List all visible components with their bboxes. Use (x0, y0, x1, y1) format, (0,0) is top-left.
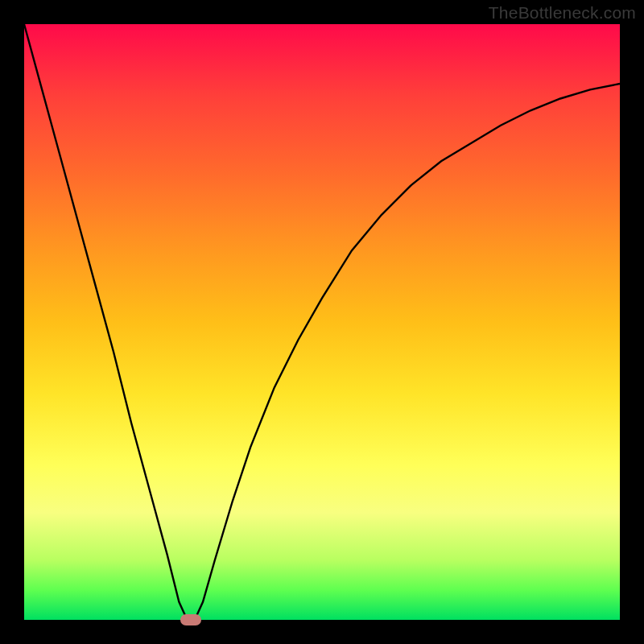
curve-svg (24, 24, 620, 620)
chart-frame: TheBottleneck.com (0, 0, 644, 644)
watermark-text: TheBottleneck.com (489, 3, 636, 23)
plot-area (24, 24, 620, 620)
bottleneck-curve (24, 24, 620, 620)
optimal-marker (180, 614, 201, 625)
